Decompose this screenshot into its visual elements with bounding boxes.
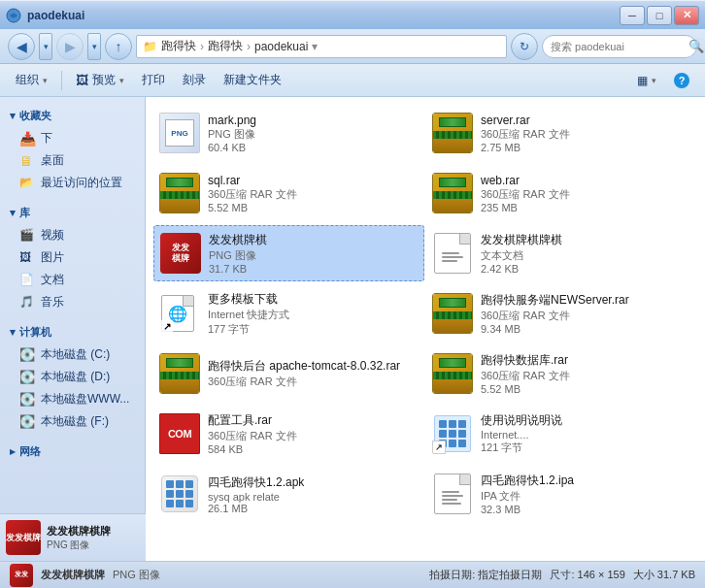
list-item[interactable]: 发发棋牌 发发棋牌棋 PNG 图像 31.7 KB — [153, 225, 424, 281]
sidebar-desktop-label: 桌面 — [41, 152, 64, 169]
file-area: PNG mark.png PNG 图像 60.4 KB — [146, 97, 705, 561]
list-item[interactable]: sql.rar 360压缩 RAR 文件 5.52 MB — [153, 165, 424, 221]
sidebar-item-music[interactable]: 🎵 音乐 — [0, 291, 145, 313]
file-info: 使用说明说明说 Internet.... 121 字节 — [481, 412, 691, 455]
breadcrumb[interactable]: 📁 跑得快 › 跑得快 › paodekuai ▾ — [136, 35, 507, 58]
sidebar-pictures-label: 图片 — [41, 249, 64, 266]
organize-button[interactable]: 组织 ▾ — [8, 68, 55, 92]
sidebar-preview-thumb: 发发棋牌 — [6, 520, 41, 555]
back-button[interactable]: ◀ — [8, 33, 35, 60]
desktop-folder-icon: 🖥 — [19, 153, 35, 169]
sidebar-item-drive-www[interactable]: 💽 本地磁盘WWW... — [0, 388, 145, 410]
sidebar-drive-d-label: 本地磁盘 (D:) — [41, 369, 110, 385]
breadcrumb-item-1[interactable]: 跑得快 — [161, 38, 196, 54]
help-button[interactable]: ? — [666, 69, 697, 92]
sidebar-video-label: 视频 — [41, 227, 64, 244]
sidebar-preview-info: 发发棋牌棋牌 PNG 图像 — [47, 524, 111, 552]
list-item[interactable]: COM 配置工具.rar 360压缩 RAR 文件 584 KB — [153, 406, 424, 462]
forward-button[interactable]: ▶ — [56, 33, 84, 60]
window-title: paodekuai — [27, 9, 84, 22]
file-name: 使用说明说明说 — [481, 412, 691, 429]
sidebar-drive-c-label: 本地磁盘 (C:) — [41, 346, 110, 363]
minimize-button[interactable]: ─ — [620, 6, 645, 25]
file-thumb-fafa-png: 发发棋牌 — [160, 233, 201, 274]
view-options[interactable]: ▦ ▾ — [629, 70, 664, 91]
folder-icon: 📥 — [19, 131, 35, 147]
preview-button[interactable]: 🖼 预览 ▾ — [68, 68, 132, 92]
computer-section: ▾ 计算机 💽 本地磁盘 (C:) 💽 本地磁盘 (D:) 💽 本地磁盘WWW.… — [0, 321, 145, 433]
file-thumb-web-rar — [432, 173, 473, 213]
list-item[interactable]: 跑得快服务端NEWServer.rar 360压缩 RAR 文件 9.34 MB — [426, 285, 697, 342]
file-name: 跑得快数据库.rar — [481, 352, 691, 369]
back-dropdown[interactable]: ▾ — [39, 33, 52, 60]
network-section: ▸ 网络 — [0, 441, 145, 463]
list-item[interactable]: 跑得快后台 apache-tomcat-8.0.32.rar 360压缩 RAR… — [153, 345, 424, 402]
list-item[interactable]: 四毛跑得快1.2.ipa IPA 文件 32.3 MB — [426, 466, 697, 522]
file-thumb-db-rar — [432, 353, 473, 394]
breadcrumb-item-2[interactable]: 跑得快 — [208, 38, 243, 54]
file-thumb-tomcat-rar — [159, 353, 200, 394]
close-button[interactable]: ✕ — [674, 6, 699, 25]
file-name: 发发棋牌棋 — [209, 232, 418, 248]
sidebar-item-docs[interactable]: 📄 文档 — [0, 269, 145, 291]
list-item[interactable]: 🌐 ↗ 更多模板下载 Internet 快捷方式 177 字节 — [153, 285, 424, 342]
sidebar-item-drive-f[interactable]: 💽 本地磁盘 (F:) — [0, 410, 145, 433]
print-button[interactable]: 打印 — [134, 68, 173, 92]
refresh-button[interactable]: ↻ — [511, 33, 538, 60]
search-bar[interactable]: 🔍 — [542, 35, 697, 58]
forward-dropdown[interactable]: ▾ — [87, 33, 101, 60]
view-arrow: ▾ — [652, 76, 656, 85]
apk-icon — [161, 475, 198, 512]
list-item[interactable]: ↗ 使用说明说明说 Internet.... 121 字节 — [426, 406, 697, 462]
file-info: 四毛跑得快1.2.apk sysq apk relate 26.1 MB — [208, 474, 419, 514]
file-info: mark.png PNG 图像 60.4 KB — [208, 114, 419, 153]
search-input[interactable] — [551, 41, 685, 52]
file-name: 跑得快后台 apache-tomcat-8.0.32.rar — [208, 358, 419, 375]
file-name: 跑得快服务端NEWServer.rar — [481, 292, 691, 309]
list-item[interactable]: PNG mark.png PNG 图像 60.4 KB — [153, 105, 424, 161]
breadcrumb-item-3[interactable]: paodekuai — [254, 40, 308, 53]
list-item[interactable]: 四毛跑得快1.2.apk sysq apk relate 26.1 MB — [153, 466, 424, 522]
sidebar-item-down[interactable]: 📥 下 — [0, 127, 145, 149]
net-chevron-icon: ▸ — [10, 445, 16, 458]
list-item[interactable]: server.rar 360压缩 RAR 文件 2.75 MB — [426, 105, 697, 161]
file-size: 9.34 MB — [481, 323, 691, 335]
sidebar-drive-www-label: 本地磁盘WWW... — [41, 391, 129, 408]
file-info: 跑得快数据库.rar 360压缩 RAR 文件 5.52 MB — [481, 352, 691, 395]
computer-label: 计算机 — [19, 325, 51, 340]
sidebar-item-desktop[interactable]: 🖥 桌面 — [0, 149, 145, 172]
file-size: 121 字节 — [481, 441, 691, 455]
file-type: 360压缩 RAR 文件 — [481, 309, 691, 323]
title-bar-left: paodekuai — [6, 8, 84, 23]
file-size: 60.4 KB — [208, 142, 419, 153]
favorites-section: ▾ 收藏夹 📥 下 🖥 桌面 📂 最近访问的位置 — [0, 105, 145, 194]
status-meta1: 拍摄日期: 指定拍摄日期 — [429, 568, 542, 582]
list-item[interactable]: 发发棋牌棋牌棋 文本文档 2.42 KB — [426, 225, 697, 281]
sidebar-item-drive-c[interactable]: 💽 本地磁盘 (C:) — [0, 343, 145, 366]
new-folder-button[interactable]: 新建文件夹 — [216, 68, 289, 92]
burn-button[interactable]: 刻录 — [175, 68, 214, 92]
maximize-button[interactable]: □ — [647, 6, 672, 25]
sidebar-item-drive-d[interactable]: 💽 本地磁盘 (D:) — [0, 366, 145, 388]
main-layout: ▾ 收藏夹 📥 下 🖥 桌面 📂 最近访问的位置 ▾ 库 🎬 — [0, 97, 705, 561]
file-size: 32.3 MB — [481, 504, 691, 515]
sidebar-item-recent[interactable]: 📂 最近访问的位置 — [0, 172, 145, 194]
file-name: 四毛跑得快1.2.apk — [208, 474, 419, 491]
sidebar-preview: 发发棋牌 发发棋牌棋牌 PNG 图像 — [0, 513, 146, 561]
search-icon[interactable]: 🔍 — [688, 39, 704, 53]
drive-www-icon: 💽 — [19, 392, 35, 408]
file-type: 360压缩 RAR 文件 — [208, 429, 419, 443]
file-name: 配置工具.rar — [208, 412, 419, 429]
file-name: mark.png — [208, 114, 419, 127]
file-info: web.rar 360压缩 RAR 文件 235 MB — [481, 174, 691, 213]
sidebar-preview-type: PNG 图像 — [47, 539, 111, 552]
txt-icon — [434, 233, 471, 274]
up-button[interactable]: ↑ — [105, 33, 132, 60]
list-item[interactable]: web.rar 360压缩 RAR 文件 235 MB — [426, 165, 697, 221]
file-info: 发发棋牌棋 PNG 图像 31.7 KB — [209, 232, 418, 275]
sidebar-item-video[interactable]: 🎬 视频 — [0, 224, 145, 246]
sidebar: ▾ 收藏夹 📥 下 🖥 桌面 📂 最近访问的位置 ▾ 库 🎬 — [0, 97, 146, 561]
file-name: sql.rar — [208, 174, 419, 187]
list-item[interactable]: 跑得快数据库.rar 360压缩 RAR 文件 5.52 MB — [426, 345, 697, 402]
sidebar-item-pictures[interactable]: 🖼 图片 — [0, 246, 145, 269]
